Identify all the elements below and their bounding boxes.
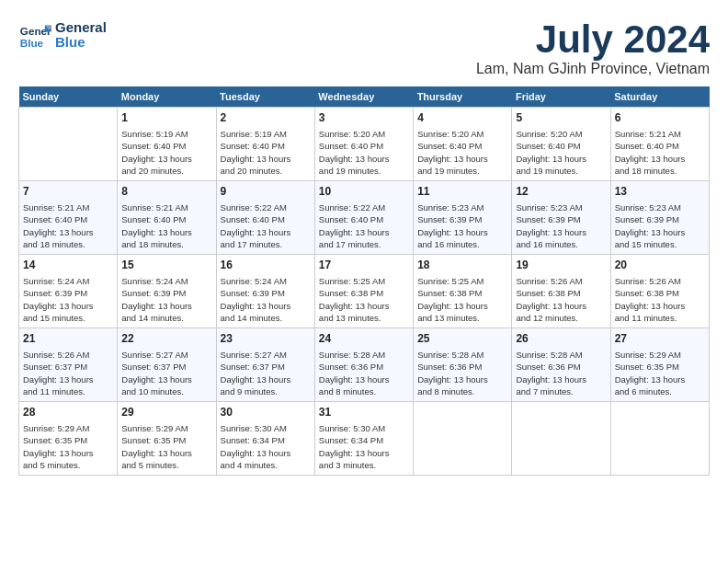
- day-info: Daylight: 13 hours: [221, 153, 311, 165]
- calendar-week-4: 21Sunrise: 5:26 AMSunset: 6:37 PMDayligh…: [19, 328, 710, 402]
- day-info: and 20 minutes.: [221, 165, 311, 177]
- calendar-cell: 24Sunrise: 5:28 AMSunset: 6:36 PMDayligh…: [314, 328, 413, 402]
- day-info: Daylight: 13 hours: [516, 226, 606, 238]
- day-info: Sunrise: 5:23 AM: [417, 201, 507, 213]
- day-info: Sunset: 6:35 PM: [615, 361, 705, 373]
- day-info: Sunset: 6:39 PM: [23, 287, 113, 299]
- day-number: 20: [615, 258, 705, 273]
- day-info: Daylight: 13 hours: [615, 226, 705, 238]
- logo-line2: Blue: [55, 35, 107, 51]
- day-info: and 13 minutes.: [417, 312, 507, 324]
- day-number: 13: [615, 184, 705, 200]
- day-info: Sunrise: 5:26 AM: [615, 275, 705, 287]
- day-info: and 16 minutes.: [516, 238, 606, 250]
- day-number: 31: [319, 405, 409, 420]
- page-header: General Blue General Blue July 2024 Lam,…: [18, 18, 710, 77]
- day-number: 14: [23, 258, 113, 273]
- day-info: Sunset: 6:40 PM: [221, 140, 311, 152]
- calendar-cell: 5Sunrise: 5:20 AMSunset: 6:40 PMDaylight…: [512, 108, 610, 181]
- day-info: and 18 minutes.: [23, 238, 113, 250]
- day-info: Sunset: 6:36 PM: [516, 361, 606, 373]
- day-info: Sunrise: 5:26 AM: [23, 349, 113, 361]
- day-number: 12: [516, 184, 606, 200]
- calendar-table: SundayMondayTuesdayWednesdayThursdayFrid…: [18, 86, 710, 476]
- calendar-cell: 28Sunrise: 5:29 AMSunset: 6:35 PMDayligh…: [19, 402, 118, 476]
- calendar-cell: 7Sunrise: 5:21 AMSunset: 6:40 PMDaylight…: [19, 181, 118, 255]
- location-title: Lam, Nam GJinh Province, Vietnam: [476, 61, 710, 77]
- day-info: and 3 minutes.: [319, 459, 409, 471]
- day-info: Sunrise: 5:23 AM: [516, 201, 606, 213]
- day-number: 4: [417, 110, 507, 126]
- day-info: and 16 minutes.: [417, 238, 507, 250]
- calendar-cell: [414, 402, 512, 476]
- calendar-cell: 13Sunrise: 5:23 AMSunset: 6:39 PMDayligh…: [610, 181, 709, 255]
- day-info: Sunrise: 5:27 AM: [221, 349, 311, 361]
- day-info: Daylight: 13 hours: [615, 373, 705, 385]
- calendar-week-5: 28Sunrise: 5:29 AMSunset: 6:35 PMDayligh…: [19, 402, 710, 476]
- day-info: Daylight: 13 hours: [516, 300, 606, 312]
- calendar-cell: 8Sunrise: 5:21 AMSunset: 6:40 PMDaylight…: [118, 181, 216, 255]
- day-number: 9: [221, 184, 311, 200]
- day-info: Daylight: 13 hours: [23, 300, 113, 312]
- day-number: 1: [121, 110, 211, 126]
- day-info: Sunset: 6:40 PM: [121, 213, 211, 225]
- day-info: Sunrise: 5:20 AM: [417, 128, 507, 140]
- weekday-header-wednesday: Wednesday: [314, 86, 413, 108]
- calendar-cell: 12Sunrise: 5:23 AMSunset: 6:39 PMDayligh…: [512, 181, 610, 255]
- svg-text:Blue: Blue: [20, 37, 44, 49]
- day-info: Daylight: 13 hours: [319, 447, 409, 459]
- calendar-cell: 27Sunrise: 5:29 AMSunset: 6:35 PMDayligh…: [610, 328, 709, 402]
- calendar-cell: 26Sunrise: 5:28 AMSunset: 6:36 PMDayligh…: [512, 328, 610, 402]
- day-info: Daylight: 13 hours: [221, 226, 311, 238]
- day-info: Sunrise: 5:20 AM: [319, 128, 409, 140]
- calendar-cell: 3Sunrise: 5:20 AMSunset: 6:40 PMDaylight…: [314, 108, 413, 181]
- day-info: and 18 minutes.: [615, 165, 705, 177]
- calendar-cell: 18Sunrise: 5:25 AMSunset: 6:38 PMDayligh…: [414, 255, 512, 328]
- logo: General Blue General Blue: [18, 18, 107, 52]
- calendar-cell: 22Sunrise: 5:27 AMSunset: 6:37 PMDayligh…: [118, 328, 216, 402]
- day-info: Sunrise: 5:30 AM: [221, 422, 311, 434]
- day-info: Sunset: 6:37 PM: [23, 361, 113, 373]
- day-info: and 11 minutes.: [615, 312, 705, 324]
- day-info: and 10 minutes.: [121, 385, 211, 397]
- day-info: and 17 minutes.: [319, 238, 409, 250]
- day-info: and 19 minutes.: [319, 165, 409, 177]
- day-info: and 5 minutes.: [121, 459, 211, 471]
- day-info: Sunrise: 5:19 AM: [121, 128, 211, 140]
- day-number: 16: [221, 258, 311, 273]
- day-info: Sunrise: 5:19 AM: [221, 128, 311, 140]
- day-info: Sunrise: 5:22 AM: [221, 201, 311, 213]
- day-info: Sunset: 6:36 PM: [417, 361, 507, 373]
- day-info: Daylight: 13 hours: [23, 447, 113, 459]
- day-info: Sunset: 6:36 PM: [319, 361, 409, 373]
- day-info: and 4 minutes.: [221, 459, 311, 471]
- day-info: Sunrise: 5:24 AM: [221, 275, 311, 287]
- day-info: Daylight: 13 hours: [121, 226, 211, 238]
- day-info: Daylight: 13 hours: [417, 153, 507, 165]
- calendar-cell: 23Sunrise: 5:27 AMSunset: 6:37 PMDayligh…: [216, 328, 314, 402]
- day-info: Sunrise: 5:24 AM: [23, 275, 113, 287]
- calendar-cell: 10Sunrise: 5:22 AMSunset: 6:40 PMDayligh…: [314, 181, 413, 255]
- day-info: Sunset: 6:40 PM: [615, 140, 705, 152]
- day-number: 3: [319, 110, 409, 126]
- calendar-cell: [512, 402, 610, 476]
- weekday-header-saturday: Saturday: [610, 86, 709, 108]
- calendar-cell: 6Sunrise: 5:21 AMSunset: 6:40 PMDaylight…: [610, 108, 709, 181]
- day-info: Sunrise: 5:25 AM: [319, 275, 409, 287]
- day-info: Sunset: 6:38 PM: [615, 287, 705, 299]
- day-number: 5: [516, 110, 606, 126]
- day-info: Daylight: 13 hours: [121, 153, 211, 165]
- day-info: Daylight: 13 hours: [121, 300, 211, 312]
- day-number: 29: [121, 405, 211, 420]
- day-info: Sunset: 6:38 PM: [516, 287, 606, 299]
- day-info: Sunset: 6:35 PM: [121, 434, 211, 446]
- calendar-cell: 2Sunrise: 5:19 AMSunset: 6:40 PMDaylight…: [216, 108, 314, 181]
- day-info: Sunrise: 5:21 AM: [121, 201, 211, 213]
- day-info: Sunrise: 5:27 AM: [121, 349, 211, 361]
- day-info: Daylight: 13 hours: [417, 373, 507, 385]
- day-info: and 15 minutes.: [23, 312, 113, 324]
- weekday-header-friday: Friday: [512, 86, 610, 108]
- day-info: Sunset: 6:38 PM: [417, 287, 507, 299]
- day-number: 7: [23, 184, 113, 200]
- calendar-cell: 16Sunrise: 5:24 AMSunset: 6:39 PMDayligh…: [216, 255, 314, 328]
